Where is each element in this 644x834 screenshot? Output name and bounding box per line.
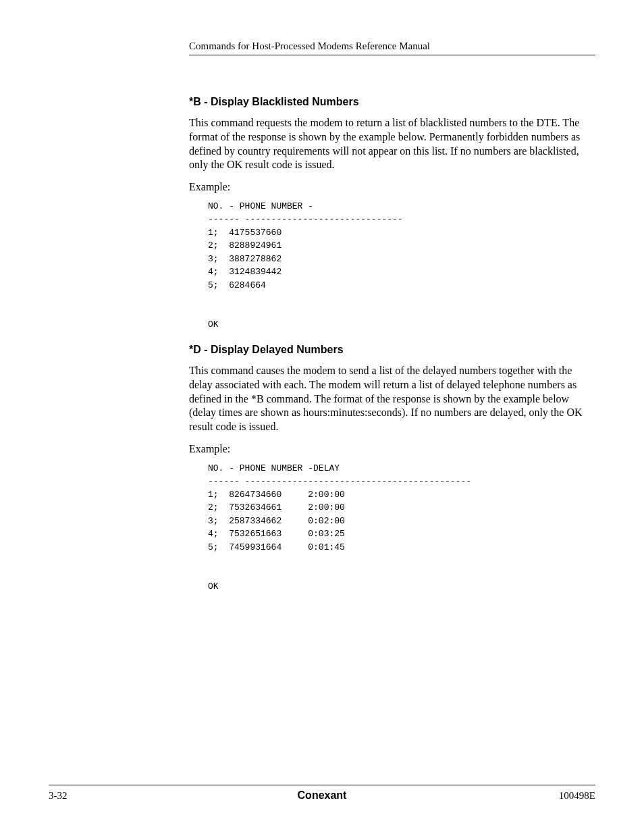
section-d-paragraph: This command causes the modem to send a … [189,364,595,434]
footer-page-number: 3-32 [49,790,103,802]
footer-doc-number: 100498E [541,790,595,802]
page-footer: 3-32 Conexant 100498E [49,785,595,802]
section-d-example-label: Example: [189,442,595,457]
section-b-code-block: NO. - PHONE NUMBER - ------ ------------… [208,200,595,332]
header-rule: Commands for Host-Processed Modems Refer… [189,41,595,55]
footer-brand: Conexant [103,789,541,802]
section-b-heading: *B - Display Blacklisted Numbers [189,96,595,108]
running-header: Commands for Host-Processed Modems Refer… [189,41,595,52]
section-d: *D - Display Delayed Numbers This comman… [189,344,595,594]
section-d-code-block: NO. - PHONE NUMBER -DELAY ------ -------… [208,462,595,594]
page-content: Commands for Host-Processed Modems Refer… [0,0,644,594]
section-d-heading: *D - Display Delayed Numbers [189,344,595,356]
section-b-paragraph: This command requests the modem to retur… [189,116,595,172]
section-b-example-label: Example: [189,180,595,194]
